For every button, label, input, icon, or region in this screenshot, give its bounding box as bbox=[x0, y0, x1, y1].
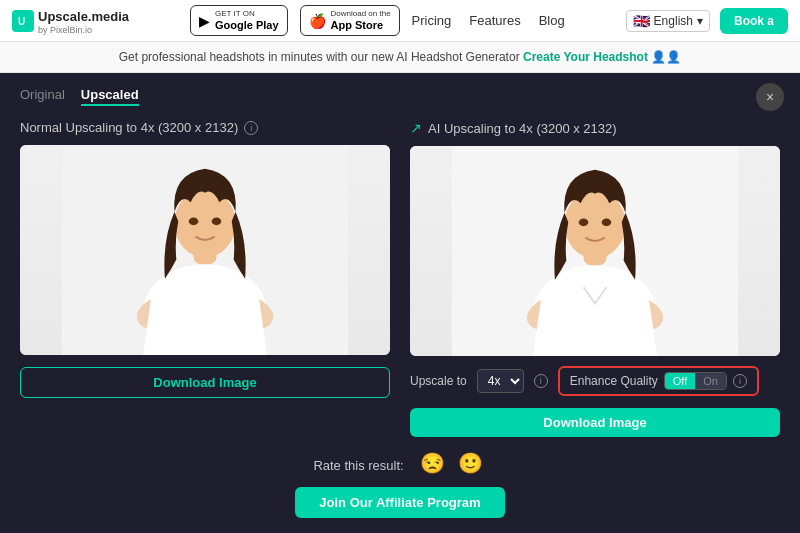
logo-name: Upscale.media bbox=[38, 9, 129, 24]
book-button[interactable]: Book a bbox=[720, 8, 788, 34]
nav-pricing[interactable]: Pricing bbox=[412, 13, 452, 28]
logo-sub: by PixelBin.io bbox=[38, 25, 129, 35]
upscale-select[interactable]: 4x 2x bbox=[477, 369, 524, 393]
enhance-quality-box: Enhance Quality Off On i bbox=[558, 366, 759, 396]
logo-icon: U bbox=[12, 10, 34, 32]
app-store-text: Download on the App Store bbox=[331, 9, 391, 32]
apple-icon: 🍎 bbox=[309, 13, 326, 29]
enhance-quality-label: Enhance Quality bbox=[570, 374, 658, 388]
logo-section: U Upscale.media by PixelBin.io bbox=[12, 7, 129, 35]
svg-point-18 bbox=[602, 219, 612, 227]
right-image-container bbox=[410, 146, 780, 356]
main-content: × Original Upscaled Normal Upscaling to … bbox=[0, 73, 800, 533]
emoji-neutral[interactable]: 🙂 bbox=[458, 452, 483, 474]
upscale-to-label: Upscale to bbox=[410, 374, 467, 388]
nav-features[interactable]: Features bbox=[469, 13, 520, 28]
panel-controls: Upscale to 4x 2x i Enhance Quality Off O… bbox=[410, 366, 780, 396]
right-image bbox=[410, 146, 780, 356]
language-selector[interactable]: 🇬🇧 English ▾ bbox=[626, 10, 710, 32]
left-image bbox=[20, 145, 390, 355]
chevron-down-icon: ▾ bbox=[697, 14, 703, 28]
logo-text-block: Upscale.media by PixelBin.io bbox=[38, 7, 129, 35]
google-play-badge[interactable]: ▶ GET IT ON Google Play bbox=[190, 5, 288, 36]
tab-original[interactable]: Original bbox=[20, 87, 65, 106]
navbar-right: 🇬🇧 English ▾ Book a bbox=[626, 8, 788, 34]
google-play-text: GET IT ON Google Play bbox=[215, 9, 279, 32]
svg-point-17 bbox=[579, 219, 589, 227]
right-panel-title: ↗ AI Upscaling to 4x (3200 x 2132) bbox=[410, 120, 780, 136]
svg-point-8 bbox=[174, 189, 235, 258]
rating-section: Rate this result: 😒 🙂 bbox=[20, 451, 780, 475]
emoji-sad[interactable]: 😒 bbox=[420, 452, 445, 474]
left-image-container bbox=[20, 145, 390, 355]
app-store-badge[interactable]: 🍎 Download on the App Store bbox=[300, 5, 400, 36]
tabs: Original Upscaled bbox=[20, 87, 780, 106]
affiliate-button[interactable]: Join Our Affiliate Program bbox=[295, 487, 504, 518]
normal-upscaling-label: Normal Upscaling to 4x (3200 x 2132) bbox=[20, 120, 238, 135]
info-icon-upscale[interactable]: i bbox=[534, 374, 548, 388]
toggle-group: Off On bbox=[664, 372, 727, 390]
ai-upscale-icon: ↗ bbox=[410, 120, 422, 136]
promo-cta[interactable]: Create Your Headshot bbox=[523, 50, 648, 64]
tab-upscaled[interactable]: Upscaled bbox=[81, 87, 139, 106]
svg-text:U: U bbox=[18, 16, 25, 27]
nav-blog[interactable]: Blog bbox=[539, 13, 565, 28]
svg-point-10 bbox=[212, 218, 222, 226]
promo-banner: Get professional headshots in minutes wi… bbox=[0, 42, 800, 73]
flag-icon: 🇬🇧 bbox=[633, 13, 650, 29]
toggle-on-button[interactable]: On bbox=[695, 373, 726, 389]
left-download-button[interactable]: Download Image bbox=[20, 367, 390, 398]
svg-point-16 bbox=[564, 190, 625, 259]
navbar-center: ▶ GET IT ON Google Play 🍎 Download on th… bbox=[190, 5, 565, 36]
lang-label: English bbox=[654, 14, 693, 28]
ai-upscaling-label: AI Upscaling to 4x (3200 x 2132) bbox=[428, 121, 617, 136]
right-download-button[interactable]: Download Image bbox=[410, 408, 780, 437]
panels: Normal Upscaling to 4x (3200 x 2132) i bbox=[20, 120, 780, 437]
affiliate-section: Join Our Affiliate Program bbox=[20, 487, 780, 518]
right-panel: ↗ AI Upscaling to 4x (3200 x 2132) bbox=[410, 120, 780, 437]
google-play-icon: ▶ bbox=[199, 13, 210, 29]
left-panel-title: Normal Upscaling to 4x (3200 x 2132) i bbox=[20, 120, 390, 135]
promo-text: Get professional headshots in minutes wi… bbox=[119, 50, 520, 64]
rating-label: Rate this result: bbox=[313, 458, 403, 473]
nav-links: Pricing Features Blog bbox=[412, 13, 565, 28]
info-icon-enhance[interactable]: i bbox=[733, 374, 747, 388]
headshot-icons: 👤👤 bbox=[651, 50, 681, 64]
left-panel: Normal Upscaling to 4x (3200 x 2132) i bbox=[20, 120, 390, 437]
info-icon-left[interactable]: i bbox=[244, 121, 258, 135]
close-button[interactable]: × bbox=[756, 83, 784, 111]
navbar: U Upscale.media by PixelBin.io ▶ GET IT … bbox=[0, 0, 800, 42]
svg-point-9 bbox=[189, 218, 199, 226]
toggle-off-button[interactable]: Off bbox=[665, 373, 695, 389]
